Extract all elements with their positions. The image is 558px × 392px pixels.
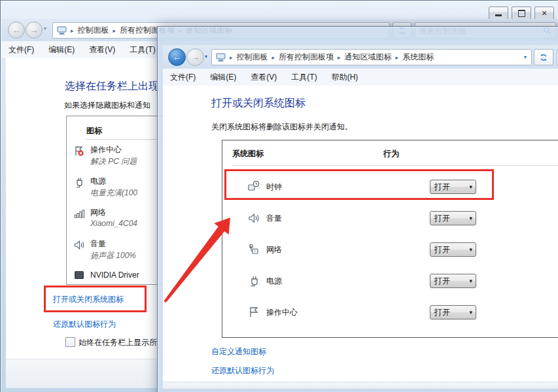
show-all-icons-checkbox[interactable] [65, 337, 75, 347]
fg-restore-default-link[interactable]: 还原默认图标行为 [211, 365, 274, 376]
recent-pages-caret-icon[interactable]: ▾ [44, 25, 46, 31]
behavior-dropdown-network[interactable]: 打开 ▾ [430, 242, 476, 257]
forward-icon: → [30, 25, 39, 35]
explorer-location-icon [212, 53, 228, 62]
sysrow-name: 网络 [266, 244, 282, 255]
list-item-name[interactable]: 网络 [90, 207, 106, 218]
fg-address-bar[interactable]: ▸ 控制面板 ▸ 所有控制面板项 ▸ 通知区域图标 ▸ 系统图标 ▾ [211, 49, 532, 65]
minimize-button[interactable] [489, 7, 508, 20]
breadcrumb-separator: ▸ [394, 54, 400, 61]
signal-bars-icon [73, 208, 85, 220]
back-button[interactable]: ← [8, 22, 25, 39]
fg-page-description: 关闭系统图标将删除该图标并关闭通知。 [211, 122, 353, 133]
fg-content: 打开或关闭系统图标 关闭系统图标将删除该图标并关闭通知。 系统图标 行为 时钟 … [163, 86, 558, 389]
breadcrumb-control-panel[interactable]: 控制面板 [75, 25, 112, 36]
screen: × ← → ▾ ▸ 控制面板 ▸ 所有控制面板项 ▸ 通知区域图标 [0, 0, 558, 392]
menu-edit[interactable]: 编辑(E) [203, 69, 243, 86]
bg-page-title: 选择在任务栏上出现 [65, 80, 159, 93]
bg-restore-default-link[interactable]: 还原默认图标行为 [53, 319, 116, 330]
dropdown-value: 打开 [430, 244, 469, 255]
refresh-button[interactable] [534, 49, 553, 65]
close-icon: × [542, 8, 547, 18]
forward-button[interactable]: → [26, 22, 43, 39]
list-item-detail: 电量充满(100 [90, 188, 137, 199]
breadcrumb-separator: ▸ [112, 27, 118, 34]
breadcrumb-all-items[interactable]: 所有控制面板项 [276, 52, 336, 63]
action-center-flag-error-icon [73, 145, 85, 157]
menu-file[interactable]: 文件(F) [163, 69, 203, 86]
behavior-dropdown-action-center[interactable]: 打开 ▾ [430, 305, 476, 319]
chevron-down-icon: ▾ [469, 246, 476, 253]
sysrow-name: 操作中心 [266, 307, 298, 318]
breadcrumb-system-icons[interactable]: 系统图标 [400, 52, 436, 63]
list-item-detail: 解决 PC 问题 [90, 156, 137, 167]
restore-icon [518, 10, 525, 17]
fg-menu-bar: 文件(F) 编辑(E) 查看(V) 工具(T) 帮助(H) [163, 69, 558, 86]
bg-column-header-icons: 图标 [86, 125, 102, 137]
breadcrumb-separator: ▸ [271, 54, 277, 61]
back-icon: ← [12, 25, 21, 35]
forward-icon: → [191, 52, 200, 62]
show-all-icons-label: 始终在任务栏上显示所 [78, 337, 157, 348]
breadcrumb-notification-area[interactable]: 通知区域图标 [342, 52, 394, 63]
nvidia-icon [73, 269, 85, 281]
sysrow-name: 电源 [266, 276, 282, 287]
customize-notification-icons-link[interactable]: 自定义通知图标 [211, 346, 266, 357]
annotation-box-toggle-link [44, 286, 147, 312]
system-icons-window: ← → ▾ ▸ 控制面板 ▸ 所有控制面板项 ▸ 通知区域图标 ▸ [157, 26, 558, 392]
dropdown-value: 打开 [430, 307, 469, 318]
power-plug-icon [73, 176, 85, 188]
breadcrumb-separator: ▸ [69, 27, 75, 34]
action-center-flag-icon [247, 306, 260, 319]
menu-file[interactable]: 文件(F) [1, 42, 41, 58]
power-plug-icon [247, 274, 260, 287]
fg-client: ← → ▾ ▸ 控制面板 ▸ 所有控制面板项 ▸ 通知区域图标 ▸ [163, 45, 558, 389]
explorer-location-icon [53, 26, 69, 35]
behavior-dropdown-volume[interactable]: 打开 ▾ [430, 211, 476, 225]
speaker-icon [247, 212, 260, 225]
dropdown-value: 打开 [430, 276, 469, 287]
bg-page-description: 如果选择隐藏图标和通知 [64, 100, 150, 111]
chevron-down-icon: ▾ [469, 278, 476, 284]
minimize-icon [495, 14, 502, 16]
list-item-detail: Xiaomi_4C04 [90, 219, 137, 228]
fg-page-title: 打开或关闭系统图标 [211, 97, 305, 110]
back-button[interactable]: ← [168, 48, 186, 66]
header-divider [232, 165, 558, 166]
list-item-name[interactable]: 操作中心 [90, 144, 122, 155]
breadcrumb-separator: ▸ [228, 54, 234, 61]
refresh-icon [539, 53, 548, 62]
list-item-name[interactable]: 电源 [90, 176, 106, 187]
sysrow-name: 音量 [266, 213, 282, 224]
recent-pages-caret-icon[interactable]: ▾ [205, 54, 207, 59]
behavior-dropdown-power[interactable]: 打开 ▾ [430, 274, 476, 288]
close-button[interactable]: × [534, 7, 554, 20]
dropdown-value: 打开 [430, 213, 469, 224]
back-icon: ← [173, 52, 181, 62]
fg-footer [163, 382, 558, 389]
fg-navigation-bar: ← → ▾ ▸ 控制面板 ▸ 所有控制面板项 ▸ 通知区域图标 ▸ [163, 45, 558, 69]
maximize-button[interactable] [512, 7, 531, 20]
network-icon [247, 243, 260, 256]
list-item-name[interactable]: NVIDIA Driver [90, 270, 139, 280]
menu-help[interactable]: 帮助(H) [324, 69, 366, 86]
menu-tools[interactable]: 工具(T) [284, 69, 324, 86]
menu-view[interactable]: 查看(V) [243, 69, 284, 86]
annotation-box-clock-row [224, 169, 494, 200]
chevron-down-icon: ▾ [469, 215, 476, 221]
speaker-icon [73, 239, 85, 251]
list-item-detail: 扬声器 100% [90, 250, 136, 261]
window-controls: × [489, 7, 554, 20]
breadcrumb-control-panel[interactable]: 控制面板 [234, 52, 271, 63]
menu-view[interactable]: 查看(V) [82, 42, 122, 58]
chevron-down-icon: ▾ [469, 309, 476, 316]
address-dropdown-icon[interactable]: ▾ [524, 54, 531, 60]
column-header-behavior: 行为 [383, 148, 399, 159]
forward-button[interactable]: → [186, 48, 204, 66]
column-header-system-icons: 系统图标 [232, 148, 264, 159]
list-item-name[interactable]: 音量 [90, 238, 106, 250]
breadcrumb-separator: ▸ [336, 54, 342, 61]
menu-edit[interactable]: 编辑(E) [41, 42, 82, 58]
